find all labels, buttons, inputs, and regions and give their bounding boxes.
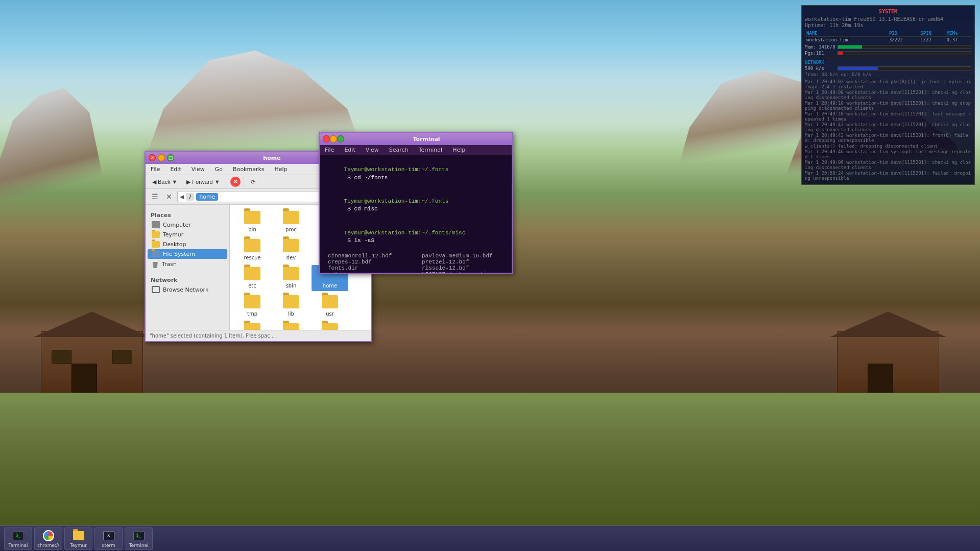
fm-menu-help[interactable]: Help bbox=[272, 165, 291, 174]
file-item-proc-label: proc bbox=[285, 227, 297, 233]
file-manager-max-btn[interactable]: □ bbox=[167, 154, 174, 161]
term-menu-search[interactable]: Search bbox=[386, 146, 412, 154]
term-menu-view[interactable]: View bbox=[363, 146, 382, 154]
sidebar-item-network-label: Browse Network bbox=[163, 286, 208, 293]
terminal-body[interactable]: Teymur@workstation-tim:~/.fonts $ cd ~/f… bbox=[320, 155, 512, 273]
taskbar-teymur[interactable]: Teymur bbox=[64, 528, 92, 550]
fm-toolbar-sep1 bbox=[227, 177, 227, 187]
taskbar-chrome[interactable]: chrome:// bbox=[34, 528, 62, 550]
term-out-fonts-dir: fonts.dir bbox=[328, 265, 414, 271]
sysmon-info-line1: workstation-tim FreeBSD 13.1-RELEASE on … bbox=[805, 16, 971, 22]
term-cmd-3: $ ls -aS bbox=[344, 237, 374, 244]
file-item-sbin[interactable]: sbin bbox=[273, 265, 309, 291]
fm-path-home[interactable]: home bbox=[196, 193, 218, 201]
term-out-pavlova-med: pavlova-medium-16.bdf bbox=[422, 253, 508, 259]
file-item-bin[interactable]: bin bbox=[234, 209, 271, 235]
taskbar-chrome-label: chrome:// bbox=[37, 543, 59, 548]
terminal-close-btn[interactable] bbox=[323, 135, 330, 142]
sidebar-item-network[interactable]: Browse Network bbox=[148, 284, 227, 295]
taskbar-terminal-2[interactable]: $_ Terminal bbox=[125, 528, 153, 550]
fm-statusbar: "home" selected (containing 1 item). Fre… bbox=[146, 330, 371, 341]
sysmon-col-pid: PID bbox=[888, 30, 919, 37]
sidebar-item-trash[interactable]: Trash bbox=[148, 259, 227, 270]
sidebar-item-computer[interactable]: Computer bbox=[148, 220, 227, 230]
sysmon-net-bar-outer bbox=[838, 66, 971, 70]
file-item-lib[interactable]: lib bbox=[273, 293, 309, 319]
fm-reload-btn[interactable]: ⟳ bbox=[247, 177, 259, 187]
fm-menu-file[interactable]: File bbox=[148, 165, 163, 174]
sysmon-net-bar-row: 599 k/s bbox=[805, 66, 971, 71]
sysmon-swap-bar-fill bbox=[838, 52, 843, 55]
terminal-2-icon-shape: $_ bbox=[133, 531, 145, 540]
dev-folder-icon bbox=[283, 239, 299, 253]
term-cmd-1: $ cd ~/fonts bbox=[344, 175, 388, 181]
sidebar-item-teymur[interactable]: Teymur bbox=[148, 230, 227, 239]
sysmon-log-6: Mar 1 20:49:43 workstation-tim devd[1115… bbox=[805, 133, 971, 143]
taskbar-xterm[interactable]: X xterm bbox=[94, 528, 123, 550]
usr-folder-icon bbox=[322, 295, 338, 309]
sysmon-log-10: Mar 1 20:50:24 workstation-tim devd[1115… bbox=[805, 171, 971, 181]
sidebar-item-trash-label: Trash bbox=[162, 261, 177, 268]
fm-back-btn[interactable]: ◀ Back ▼ bbox=[149, 177, 181, 187]
fm-menu-view[interactable]: View bbox=[188, 165, 208, 174]
terminal-max-btn[interactable] bbox=[337, 135, 344, 142]
sidebar-item-desktop[interactable]: Desktop bbox=[148, 239, 227, 249]
file-item-media[interactable]: media bbox=[312, 321, 348, 330]
sysmon-log-8: Mar 1 20:49:46 workstation-tim syslogd: … bbox=[805, 149, 971, 159]
taskbar-terminal-1[interactable]: $_ Terminal bbox=[4, 528, 32, 550]
taskbar-terminal-2-icon: $_ bbox=[133, 530, 145, 542]
ground bbox=[0, 393, 980, 525]
etc-folder-icon bbox=[244, 267, 260, 281]
proc-folder-icon bbox=[283, 211, 299, 225]
fm-forward-btn[interactable]: ▶ Forward ▼ bbox=[183, 177, 223, 187]
fm-close-path-btn[interactable]: ✕ bbox=[163, 190, 175, 203]
file-item-libexec[interactable]: libexec bbox=[234, 321, 271, 330]
taskbar-teymur-label: Teymur bbox=[70, 543, 87, 548]
taskbar: $_ Terminal chrome:// Teymur X xterm $_ … bbox=[0, 525, 980, 551]
sysmon-mem-label: Mem: 1416/8 bbox=[805, 44, 835, 50]
bin-folder-icon bbox=[244, 211, 260, 225]
term-menu-file[interactable]: File bbox=[322, 146, 337, 154]
sysmon-swap-bar-outer bbox=[838, 51, 971, 55]
fm-places-btn[interactable]: ☰ bbox=[149, 190, 161, 203]
terminal-titlebar[interactable]: Terminal bbox=[320, 133, 512, 145]
file-item-sbin-label: sbin bbox=[286, 283, 297, 289]
teymur-icon-shape bbox=[73, 531, 84, 540]
sysmon-process-table: NAME PID SPIN MEM% workstation-tim 32222… bbox=[805, 30, 971, 43]
terminal-min-btn[interactable] bbox=[330, 135, 337, 142]
term-menu-edit[interactable]: Edit bbox=[341, 146, 358, 154]
fm-stop-btn[interactable]: ✕ bbox=[230, 177, 241, 187]
file-manager-close-btn[interactable]: ✕ bbox=[149, 154, 156, 161]
file-item-tmp[interactable]: tmp bbox=[234, 293, 271, 319]
fm-path-root[interactable]: / bbox=[186, 193, 194, 201]
file-item-usr[interactable]: usr bbox=[312, 293, 348, 319]
taskbar-xterm-label: xterm bbox=[102, 543, 115, 548]
term-line-2: Teymur@workstation-tim:~/.fonts $ cd mis… bbox=[324, 190, 508, 222]
file-item-dev[interactable]: dev bbox=[273, 237, 309, 263]
fm-menu-go[interactable]: Go bbox=[212, 165, 226, 174]
file-item-var[interactable]: var bbox=[273, 321, 309, 330]
file-item-rescue[interactable]: rescue bbox=[234, 237, 271, 263]
fm-path-separator[interactable]: ◀ bbox=[180, 194, 184, 200]
file-item-bin-label: bin bbox=[248, 227, 256, 233]
fm-menu-edit[interactable]: Edit bbox=[167, 165, 184, 174]
term-cmd-2: $ cd misc bbox=[344, 206, 378, 212]
fm-menu-bookmarks[interactable]: Bookmarks bbox=[230, 165, 267, 174]
sysmon-log-3: Mar 1 20:49:10 workstation-tim devd[1115… bbox=[805, 101, 971, 111]
file-item-etc[interactable]: etc bbox=[234, 265, 271, 291]
file-manager-min-btn[interactable]: − bbox=[158, 154, 165, 161]
term-menu-help[interactable]: Help bbox=[449, 146, 468, 154]
teymur-folder-icon bbox=[152, 231, 160, 238]
terminal-1-icon-shape: $_ bbox=[13, 531, 24, 540]
sysmon-proc-spin: 1/27 bbox=[919, 37, 945, 43]
term-menu-terminal[interactable]: Terminal bbox=[416, 146, 446, 154]
reload-icon: ⟳ bbox=[251, 179, 255, 185]
chrome-icon-shape bbox=[43, 530, 54, 541]
file-item-lib-label: lib bbox=[288, 311, 294, 317]
sidebar-item-filesystem-label: File System bbox=[163, 251, 195, 257]
sidebar-item-filesystem[interactable]: File System bbox=[148, 249, 227, 259]
filesystem-folder-icon bbox=[152, 251, 160, 257]
sysmon-log-5: Mar 1 20:49:43 workstation-tim devd[1115… bbox=[805, 122, 971, 132]
file-item-proc[interactable]: proc bbox=[273, 209, 309, 235]
var-folder-icon bbox=[283, 323, 299, 330]
